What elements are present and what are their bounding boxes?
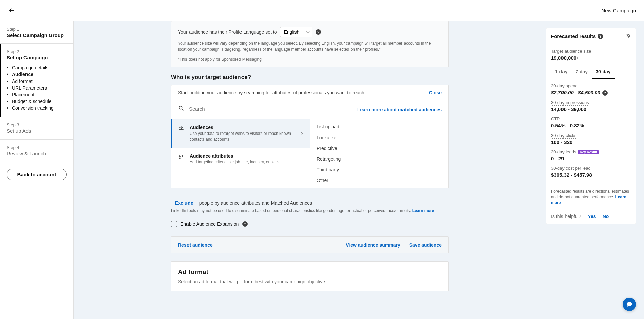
fc-metric-label: 30-day clicks [551,133,576,139]
tab-7day[interactable]: 7-day [572,65,592,79]
sidebar-item-placement[interactable]: Placement [7,91,67,98]
audience-footer: Reset audience View audience summary Sav… [171,236,449,253]
sidebar-item-ad-format[interactable]: Ad format [7,78,67,85]
audience-option-attributes[interactable]: Audience attributes Add targeting criter… [171,148,310,170]
fc-metric-label: CTR [551,116,560,122]
learn-matched-link[interactable]: Learn more about matched audiences [357,107,442,112]
exclude-text: people by audience attributes and Matche… [199,200,312,206]
audience-option-audiences[interactable]: Audiences Use your data to retarget webs… [171,119,310,148]
lang-prefix: Your audience has their Profile Language… [178,29,277,35]
help-icon[interactable]: ? [242,221,248,227]
header-divider [30,4,30,16]
ad-format-card: Ad format Select an ad format that will … [171,261,449,291]
svg-point-0 [179,127,180,128]
aud-title: Audience attributes [190,153,303,159]
people-icon [178,125,185,133]
lang-note: Your audience size will vary depending o… [178,40,442,52]
fc-metric-value: $305.32 - $457.98 [551,172,592,178]
aud-title: Audiences [190,125,296,130]
fc-size-label: Target audience size [551,49,591,54]
shapes-icon [178,154,185,162]
subitem-retargeting[interactable]: Retargeting [310,154,448,164]
save-audience-link[interactable]: Save audience [409,242,442,248]
fc-metric-label: 30-day impressions [551,100,589,106]
fc-metric-value: 14,000 - 39,000 [551,106,586,112]
audience-card: Start building your audience by searchin… [171,85,449,188]
fc-size-value: 19,000,000+ [551,55,631,61]
chat-fab[interactable] [623,298,636,311]
help-icon[interactable]: ? [316,29,321,35]
audience-search-input[interactable] [189,106,306,112]
chevron-right-icon: › [301,130,303,137]
forecast-disclaimer: Forecasted results are directional estim… [551,189,631,205]
page-title: New Campaign [601,8,636,13]
helpful-no[interactable]: No [603,214,609,219]
sidebar-item-budget[interactable]: Budget & schedule [7,98,67,105]
step-title: Set up Ads [7,128,67,134]
step-3[interactable]: Step 3 Set up Ads [0,117,73,140]
svg-rect-7 [179,157,181,159]
reset-audience-link[interactable]: Reset audience [178,242,213,248]
fc-metric-value: 0 - 29 [551,156,564,161]
fc-metric-value: 0.54% - 0.82% [551,123,584,128]
help-icon[interactable]: ? [602,90,608,96]
step-4[interactable]: Step 4 Review & Launch [0,140,73,162]
step-title: Review & Launch [7,151,67,156]
exclude-link[interactable]: Exclude [175,200,193,206]
helpful-yes[interactable]: Yes [588,214,596,219]
help-icon[interactable]: ? [598,34,603,39]
forecast-panel: Forecasted results ? Target audience siz… [546,28,636,224]
svg-point-2 [182,127,183,128]
gear-icon[interactable] [626,33,631,39]
sidebar-item-conversion[interactable]: Conversion tracking [7,105,67,111]
ad-format-heading: Ad format [178,268,442,276]
step-num: Step 2 [7,49,67,54]
svg-point-6 [182,155,183,157]
fc-metric-label: 30-day spend [551,83,578,89]
search-icon [178,105,185,113]
subitem-list-upload[interactable]: List upload [310,121,448,132]
sidebar-item-audience[interactable]: Audience [7,71,67,78]
language-select[interactable]: English [280,27,312,37]
ad-format-sub: Select an ad format that will perform be… [178,279,442,284]
language-box: Your audience has their Profile Language… [171,21,449,67]
app-header: New Campaign [0,0,644,21]
subitem-third-party[interactable]: Third party [310,164,448,175]
fc-metric-label: 30-day leads [551,149,576,155]
step-num: Step 4 [7,145,67,150]
forecast-title: Forecasted results [551,33,596,39]
audience-heading: Who is your target audience? [171,74,449,81]
expansion-checkbox[interactable] [171,221,177,227]
svg-point-1 [181,126,182,127]
step-title: Select Campaign Group [7,32,67,38]
subitem-other[interactable]: Other [310,175,448,186]
svg-rect-4 [181,128,182,130]
aud-desc: Use your data to retarget website visito… [190,131,296,142]
step-title: Set up Campaign [7,55,67,60]
fc-metric-value: $2,700.00 - $4,500.00 [551,90,600,95]
sidebar-item-url-params[interactable]: URL Parameters [7,85,67,91]
sidebar-item-campaign-details[interactable]: Campaign details [7,64,67,71]
step-num: Step 1 [7,26,67,32]
step-1[interactable]: Step 1 Select Campaign Group [0,21,73,44]
subitem-lookalike[interactable]: Lookalike [310,132,448,143]
step-num: Step 3 [7,122,67,127]
step-2[interactable]: Step 2 Set up Campaign Campaign details … [0,44,73,117]
close-link[interactable]: Close [429,90,442,95]
lang-note2: *This does not apply for Sponsored Messa… [178,57,442,62]
discrimination-note: LinkedIn tools may not be used to discri… [171,208,449,218]
view-summary-link[interactable]: View audience summary [346,242,400,248]
helpful-label: Is this helpful? [551,214,581,219]
discrim-learn-more[interactable]: Learn more [412,208,434,213]
back-to-account-button[interactable]: Back to account [7,169,67,180]
tab-1day[interactable]: 1-day [551,65,572,79]
build-text: Start building your audience by searchin… [178,90,364,95]
sidebar: Step 1 Select Campaign Group Step 2 Set … [0,21,74,319]
svg-rect-5 [182,129,184,130]
fc-metric-value: 100 - 320 [551,139,572,145]
subitem-predictive[interactable]: Predictive [310,143,448,154]
tab-30day[interactable]: 30-day [592,65,614,79]
key-result-badge: Key Result [578,150,599,154]
svg-rect-3 [179,129,181,130]
back-arrow-icon[interactable] [8,6,16,14]
